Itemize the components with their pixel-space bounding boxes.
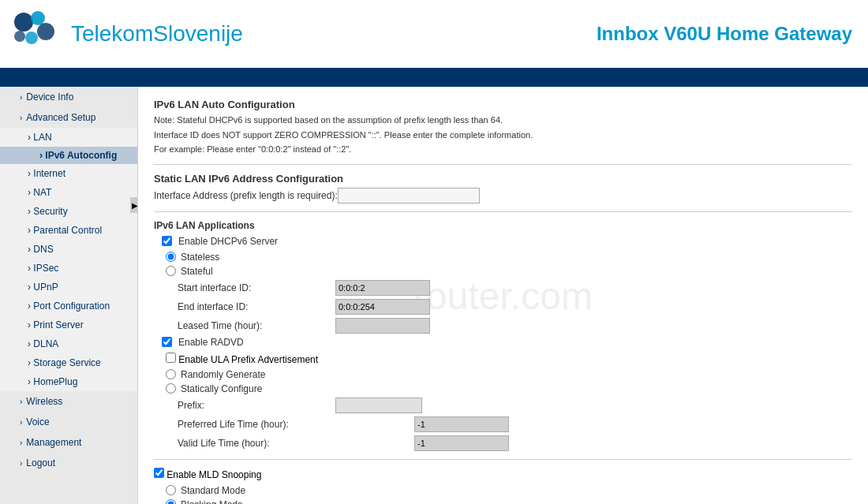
arrow-icon: ›: [20, 439, 22, 447]
stateless-radio[interactable]: [166, 252, 176, 262]
stateful-radio[interactable]: [166, 266, 176, 276]
leased-time-input[interactable]: [335, 318, 430, 334]
sidebar-item-wireless[interactable]: › Wireless: [0, 391, 137, 412]
arrow-icon: ›: [28, 357, 31, 368]
randomly-generate-radio[interactable]: [166, 369, 176, 379]
start-interface-input[interactable]: [335, 280, 430, 296]
arrow-icon: ›: [28, 338, 31, 349]
arrow-icon: ›: [28, 319, 31, 330]
leased-time-row: Leased Time (hour):: [178, 318, 852, 334]
logo-text: TelekomSlovenije: [71, 21, 243, 47]
main-content: router.com IPv6 LAN Auto Configuration N…: [138, 87, 868, 504]
prefix-label: Prefix:: [178, 400, 335, 411]
layout: ▶ › Device Info › Advanced Setup › LAN ›…: [0, 87, 868, 504]
sidebar-item-storage-service[interactable]: › Storage Service: [0, 353, 137, 372]
arrow-icon: ›: [20, 114, 22, 122]
leased-time-label: Leased Time (hour):: [178, 320, 335, 331]
enable-radvd-label: Enable RADVD: [178, 337, 244, 348]
sidebar-item-management[interactable]: › Management: [0, 432, 137, 453]
svg-point-1: [31, 11, 45, 25]
divider1: [154, 164, 852, 165]
enable-dhcpv6-checkbox[interactable]: [162, 236, 172, 246]
enable-radvd-row: Enable RADVD: [162, 337, 852, 348]
svg-point-2: [37, 23, 54, 40]
enable-dhcpv6-row: Enable DHCPv6 Server: [162, 236, 852, 247]
arrow-icon: ›: [28, 168, 31, 179]
arrow-icon: ›: [20, 459, 22, 468]
sidebar-item-print-server[interactable]: › Print Server: [0, 315, 137, 334]
start-interface-row: Start interface ID:: [178, 280, 852, 296]
valid-life-label: Valid Life Time (hour):: [178, 438, 414, 449]
blocking-mode-label: Blocking Mode: [181, 499, 243, 505]
enable-mld-checkbox[interactable]: [154, 468, 164, 478]
arrow-icon: ›: [28, 225, 31, 236]
end-interface-input[interactable]: [335, 299, 430, 315]
preferred-life-row: Preferred Life Time (hour):: [178, 416, 852, 432]
start-interface-label: Start interface ID:: [178, 282, 335, 293]
sidebar-item-dns[interactable]: › DNS: [0, 240, 137, 259]
sidebar-item-logout[interactable]: › Logout: [0, 453, 137, 473]
nav-bar: [0, 71, 868, 87]
preferred-life-input[interactable]: [414, 416, 509, 432]
enable-ula-label: Enable ULA Prefix Advertisement: [178, 354, 318, 365]
sidebar: ▶ › Device Info › Advanced Setup › LAN ›…: [0, 87, 138, 504]
telekom-logo-icon: [8, 6, 63, 62]
svg-point-0: [14, 13, 33, 32]
enable-mld-row: Enable MLD Snooping: [154, 468, 852, 480]
standard-mode-radio[interactable]: [166, 485, 176, 495]
valid-life-input[interactable]: [414, 435, 509, 451]
statically-configure-radio[interactable]: [166, 383, 176, 394]
section3-title: IPv6 LAN Applications: [154, 220, 852, 231]
sidebar-item-port-config[interactable]: › Port Configuration: [0, 297, 137, 315]
enable-ula-checkbox[interactable]: [166, 353, 176, 363]
interface-address-input[interactable]: [338, 188, 480, 203]
note1: Note: Stateful DHCPv6 is supported based…: [154, 114, 852, 127]
arrow-icon: ›: [20, 93, 22, 102]
sidebar-item-dlna[interactable]: › DLNA: [0, 334, 137, 353]
arrow-icon: ›: [20, 418, 22, 427]
standard-mode-row: Standard Mode: [166, 485, 852, 496]
standard-mode-label: Standard Mode: [181, 485, 245, 496]
sidebar-item-advanced-setup[interactable]: › Advanced Setup: [0, 107, 137, 128]
arrow-icon: ›: [20, 398, 22, 406]
interface-address-row: Interface Address (prefix length is requ…: [154, 188, 852, 203]
section2-title: Static LAN IPv6 Address Configuration: [154, 173, 852, 185]
end-interface-label: End interface ID:: [178, 301, 335, 312]
preferred-life-label: Preferred Life Time (hour):: [178, 419, 414, 430]
svg-point-4: [14, 31, 25, 42]
stateful-label: Stateful: [181, 266, 213, 277]
arrow-icon: ›: [28, 376, 31, 387]
sidebar-item-parental-control[interactable]: › Parental Control: [0, 221, 137, 240]
note2: Interface ID does NOT support ZERO COMPR…: [154, 129, 852, 142]
sidebar-item-internet[interactable]: › Internet: [0, 164, 137, 183]
enable-dhcpv6-label: Enable DHCPv6 Server: [178, 236, 278, 247]
ipv6-autoconfig-section: IPv6 LAN Auto Configuration Note: Statef…: [154, 99, 852, 504]
sidebar-item-upnp[interactable]: › UPnP: [0, 278, 137, 297]
prefix-input[interactable]: [335, 398, 422, 413]
sidebar-item-security[interactable]: › Security: [0, 202, 137, 221]
sidebar-item-ipv6-autoconfig[interactable]: › IPv6 Autoconfig: [0, 147, 137, 164]
divider3: [154, 459, 852, 460]
blocking-mode-radio[interactable]: [166, 499, 176, 504]
sidebar-item-device-info[interactable]: › Device Info: [0, 87, 137, 107]
arrow-icon: ›: [28, 282, 31, 293]
header: TelekomSlovenije Innbox V60U Home Gatewa…: [0, 0, 868, 71]
sidebar-item-ipsec[interactable]: › IPSec: [0, 259, 137, 278]
arrow-icon: ›: [28, 244, 31, 255]
sidebar-collapse-button[interactable]: ▶: [130, 197, 138, 213]
prefix-row: Prefix:: [178, 398, 852, 413]
end-interface-row: End interface ID:: [178, 299, 852, 315]
arrow-icon: ›: [28, 206, 31, 217]
arrow-icon: ›: [28, 263, 31, 274]
statically-configure-row: Statically Configure: [166, 383, 852, 394]
valid-life-row: Valid Life Time (hour):: [178, 435, 852, 451]
sidebar-item-voice[interactable]: › Voice: [0, 412, 137, 432]
header-title: Innbox V60U Home Gateway: [597, 23, 852, 45]
stateless-radio-row: Stateless: [166, 252, 852, 263]
sidebar-item-lan[interactable]: › LAN: [0, 128, 137, 147]
arrow-icon: ›: [28, 187, 31, 198]
enable-radvd-checkbox[interactable]: [162, 337, 172, 347]
sidebar-item-homeplug[interactable]: › HomePlug: [0, 372, 137, 391]
enable-mld-label: Enable MLD Snooping: [166, 469, 261, 480]
sidebar-item-nat[interactable]: › NAT: [0, 183, 137, 202]
